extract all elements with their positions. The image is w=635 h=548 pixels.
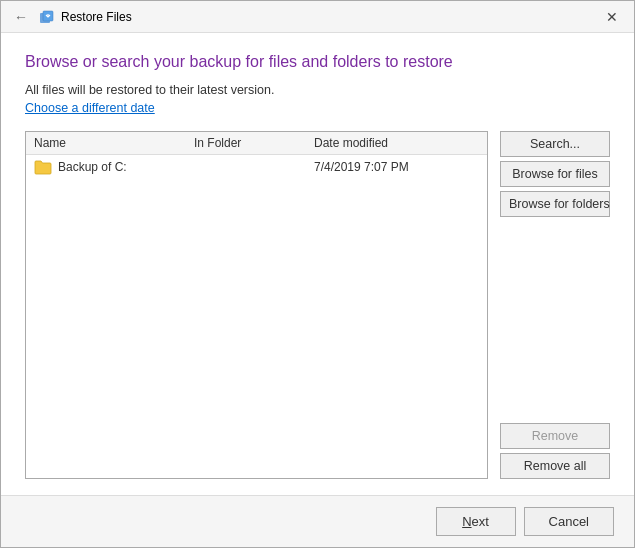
choose-different-date-link[interactable]: Choose a different date bbox=[25, 101, 610, 115]
remove-all-button[interactable]: Remove all bbox=[500, 453, 610, 479]
browse-folders-button[interactable]: Browse for folders bbox=[500, 191, 610, 217]
col-date-modified: Date modified bbox=[314, 136, 479, 150]
next-button[interactable]: Next bbox=[436, 507, 516, 536]
col-in-folder: In Folder bbox=[194, 136, 314, 150]
main-area: Name In Folder Date modified Backup of C… bbox=[25, 131, 610, 479]
window-icon bbox=[39, 9, 55, 25]
remove-button[interactable]: Remove bbox=[500, 423, 610, 449]
page-heading: Browse or search your backup for files a… bbox=[25, 53, 610, 71]
cell-name: Backup of C: bbox=[34, 159, 194, 175]
close-button[interactable]: ✕ bbox=[598, 3, 626, 31]
window-title: Restore Files bbox=[61, 10, 132, 24]
cancel-button[interactable]: Cancel bbox=[524, 507, 614, 536]
file-list-header: Name In Folder Date modified bbox=[26, 132, 487, 155]
next-label: Next bbox=[462, 514, 489, 529]
cell-date-modified: 7/4/2019 7:07 PM bbox=[314, 160, 479, 174]
spacer bbox=[500, 221, 610, 419]
main-content: Browse or search your backup for files a… bbox=[1, 33, 634, 495]
restore-files-window: ← Restore Files ✕ Browse or search your … bbox=[0, 0, 635, 548]
col-name: Name bbox=[34, 136, 194, 150]
title-bar: ← Restore Files ✕ bbox=[1, 1, 634, 33]
browse-files-button[interactable]: Browse for files bbox=[500, 161, 610, 187]
back-button[interactable]: ← bbox=[9, 5, 33, 29]
search-button[interactable]: Search... bbox=[500, 131, 610, 157]
info-text: All files will be restored to their late… bbox=[25, 83, 610, 97]
table-row[interactable]: Backup of C: 7/4/2019 7:07 PM bbox=[26, 155, 487, 179]
folder-icon bbox=[34, 159, 52, 175]
side-buttons: Search... Browse for files Browse for fo… bbox=[500, 131, 610, 479]
file-list: Name In Folder Date modified Backup of C… bbox=[25, 131, 488, 479]
footer: Next Cancel bbox=[1, 495, 634, 547]
